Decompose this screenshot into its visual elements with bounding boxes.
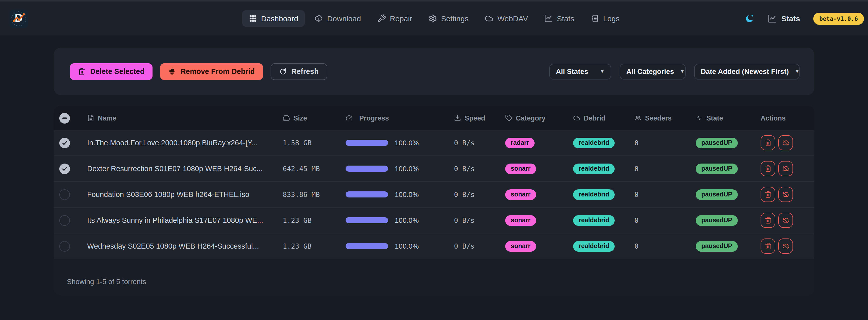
nav-item-logs[interactable]: Logs [584,10,626,27]
journal-icon [590,14,599,23]
cloud-icon [573,115,580,122]
table-row: Dexter Resurrection S01E07 1080p WEB H26… [54,156,814,182]
nav-item-dashboard[interactable]: Dashboard [242,10,305,27]
torrent-rows: In.The.Mood.For.Love.2000.1080p.BluRay.x… [54,130,814,259]
nav-item-webdav[interactable]: WebDAV [478,10,535,27]
category-badge: sonarr [505,215,536,226]
chevron-down-icon: ▼ [600,69,604,74]
header-right: Stats beta-v1.0.6 [745,12,864,25]
nav-item-stats[interactable]: Stats [538,10,581,27]
torrent-progress: 100.0% [338,216,444,224]
torrent-progress: 100.0% [338,139,444,147]
category-badge: sonarr [505,189,536,200]
progress-bar [346,217,388,223]
select-all-checkbox[interactable] [59,113,70,123]
row-checkbox[interactable] [59,163,70,174]
state-badge: pausedUP [696,241,738,251]
remove-from-debrid-button[interactable]: Remove From Debrid [160,63,263,80]
delete-torrent-button[interactable] [761,238,775,254]
cloud-download-icon [314,14,323,23]
torrent-progress: 100.0% [338,190,444,198]
trash-icon [764,139,772,146]
torrent-speed: 0 B/s [444,165,500,173]
column-header-size: Size [277,114,338,122]
delete-torrent-button[interactable] [761,135,775,150]
app-logo[interactable]: D [10,9,28,28]
table-row: Foundation S03E06 1080p WEB h264-ETHEL.i… [54,182,814,207]
state-filter-select[interactable]: All States ▼ [549,64,611,79]
logo-chart-icon [10,9,28,28]
delete-torrent-button[interactable] [761,213,775,228]
torrent-seeders: 0 [629,216,690,224]
line-chart-icon [768,14,777,23]
torrent-table-card: Name Size Progress Speed [54,106,814,296]
nav-item-repair[interactable]: Repair [371,10,419,27]
app-header: D Dashboard Download [0,2,868,35]
app-screen: D Dashboard Download [0,0,868,320]
remove-from-debrid-row-button[interactable] [778,238,793,254]
torrent-seeders: 0 [629,242,690,250]
column-header-speed: Speed [444,114,500,122]
debrid-badge: realdebrid [573,189,615,200]
torrent-name: Wednesday S02E05 1080p WEB H264-Successf… [87,242,259,250]
sort-value: Date Added (Newest First) [701,67,789,75]
cloud-icon [485,14,493,23]
gauge-icon [346,115,353,122]
torrent-speed: 0 B/s [444,242,500,250]
nav-item-label: Logs [603,14,619,23]
refresh-icon [279,68,287,75]
file-icon [87,115,94,122]
nav-item-label: Settings [441,14,468,23]
theme-toggle-button[interactable] [745,14,754,23]
trash-icon [78,68,86,75]
row-checkbox[interactable] [59,241,70,251]
trash-icon [764,243,772,250]
row-checkbox[interactable] [59,215,70,226]
trash-icon [764,165,772,172]
torrent-size: 833.86 MB [277,190,338,198]
torrent-size: 1.58 GB [277,139,338,147]
cloud-remove-icon [168,68,176,75]
state-badge: pausedUP [696,163,738,174]
refresh-button[interactable]: Refresh [271,63,327,80]
progress-percent: 100.0% [395,165,419,173]
nav-item-settings[interactable]: Settings [422,10,475,27]
table-row: Wednesday S02E05 1080p WEB H264-Successf… [54,233,814,259]
table-row: In.The.Mood.For.Love.2000.1080p.BluRay.x… [54,130,814,156]
state-badge: pausedUP [696,215,738,226]
row-checkbox[interactable] [59,189,70,200]
delete-torrent-button[interactable] [761,161,775,176]
torrent-seeders: 0 [629,165,690,173]
nav-item-download[interactable]: Download [308,10,367,27]
header-stats-link[interactable]: Stats [768,14,800,23]
remove-from-debrid-row-button[interactable] [778,187,793,202]
line-chart-icon [544,14,553,23]
category-filter-value: All Categories [626,67,674,75]
remove-from-debrid-row-button[interactable] [778,161,793,176]
nav-item-label: Download [327,14,361,23]
column-header-state: State [690,114,758,122]
torrent-name: Foundation S03E06 1080p WEB h264-ETHEL.i… [87,190,249,198]
activity-icon [696,115,703,122]
remove-from-debrid-row-button[interactable] [778,213,793,228]
debrid-badge: realdebrid [573,241,615,251]
table-footer: Showing 1-5 of 5 torrents [54,259,814,296]
delete-torrent-button[interactable] [761,187,775,202]
state-filter-value: All States [556,67,588,75]
row-checkbox[interactable] [59,137,70,148]
debrid-badge: realdebrid [573,137,615,148]
remove-from-debrid-row-button[interactable] [778,135,793,150]
category-filter-select[interactable]: All Categories ▼ [620,64,686,79]
cloud-slash-icon [782,191,789,198]
cloud-slash-icon [782,217,789,224]
cloud-slash-icon [782,139,789,147]
category-badge: radarr [505,137,535,148]
trash-icon [764,191,772,198]
delete-selected-button[interactable]: Delete Selected [70,63,153,80]
table-header-row: Name Size Progress Speed [54,106,814,130]
category-badge: sonarr [505,163,536,174]
sort-select[interactable]: Date Added (Newest First) ▼ [694,64,800,79]
torrent-name: Its Always Sunny in Philadelphia S17E07 … [87,216,263,224]
toolbar-card: Delete Selected Remove From Debrid Refre… [54,47,814,95]
category-badge: sonarr [505,241,536,251]
